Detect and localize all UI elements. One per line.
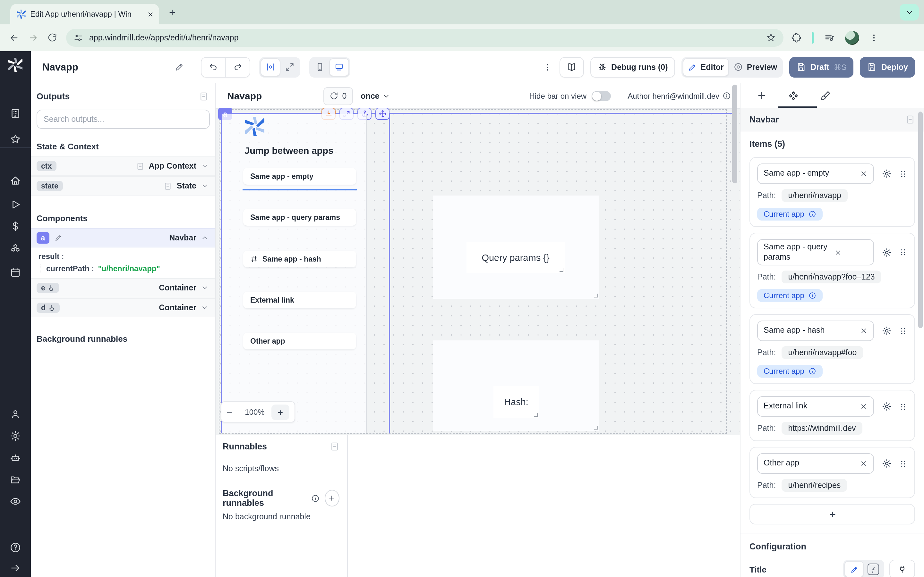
query-params-container[interactable]: Query params {} — [433, 195, 599, 299]
chevron-down-icon[interactable] — [201, 304, 208, 311]
nav-item-external-link[interactable]: External link — [243, 292, 356, 308]
item-path-value[interactable]: u/henri/navapp?foo=123 — [782, 271, 881, 284]
add-item-button[interactable] — [750, 504, 915, 525]
tab-component-settings-icon[interactable] — [788, 90, 799, 101]
clear-icon[interactable] — [860, 170, 867, 177]
resize-handle[interactable] — [594, 293, 598, 298]
debug-runs-button[interactable]: Debug runs (0) — [590, 57, 675, 77]
canvas-scrollbar[interactable] — [732, 85, 737, 183]
clear-icon[interactable] — [860, 327, 867, 335]
zoom-out-button[interactable]: − — [226, 406, 238, 417]
state-row[interactable]: state State — [31, 176, 215, 195]
hash-text[interactable]: Hash: — [493, 386, 539, 418]
more-menu-icon[interactable] — [543, 63, 551, 71]
schedules-icon[interactable] — [10, 267, 21, 278]
resize-handle[interactable] — [559, 268, 564, 272]
folders-icon[interactable] — [10, 474, 21, 485]
drag-handle-icon[interactable] — [899, 326, 907, 336]
zoom-in-button[interactable]: + — [271, 404, 289, 420]
item-path-value[interactable]: https://windmill.dev — [782, 422, 862, 435]
chevron-down-icon[interactable] — [201, 284, 208, 292]
chevron-up-icon[interactable] — [201, 234, 208, 242]
item-label-input[interactable]: External link — [757, 396, 874, 417]
info-icon[interactable] — [311, 494, 320, 502]
drag-handle-icon[interactable] — [899, 247, 907, 257]
clear-icon[interactable] — [860, 460, 867, 468]
workspace-icon[interactable] — [10, 108, 21, 119]
component-doc-icon[interactable] — [905, 115, 915, 124]
fullwidth-layout-icon[interactable] — [280, 58, 299, 76]
site-settings-icon[interactable] — [74, 33, 83, 42]
info-icon[interactable] — [722, 92, 731, 100]
centered-layout-icon[interactable] — [260, 58, 280, 76]
frequency-select[interactable]: once — [360, 91, 390, 100]
item-settings-gear-icon[interactable] — [882, 402, 892, 412]
chevron-down-icon[interactable] — [201, 162, 208, 170]
item-path-value[interactable]: u/henri/navapp — [782, 189, 847, 202]
outputs-doc-icon[interactable] — [199, 92, 208, 101]
collapse-rail-icon[interactable] — [10, 562, 21, 574]
settings-gear-icon[interactable] — [10, 430, 21, 442]
resize-handle[interactable] — [594, 426, 598, 430]
item-label-input[interactable]: Same app - query params — [757, 239, 874, 266]
draft-button[interactable]: Draft⌘S — [789, 57, 853, 77]
item-path-value[interactable]: u/henri/navapp#foo — [782, 347, 863, 359]
bookmark-star-icon[interactable] — [766, 33, 776, 42]
item-label-input[interactable]: Same app - hash — [757, 321, 874, 342]
component-row-container-e[interactable]: e Container — [31, 278, 215, 298]
back-icon[interactable] — [9, 32, 19, 43]
move-component-icon[interactable] — [375, 108, 389, 120]
tab-close-icon[interactable] — [147, 11, 154, 18]
browser-menu-icon[interactable] — [869, 33, 879, 42]
query-params-text[interactable]: Query params {} — [467, 242, 565, 273]
tab-editor[interactable]: Editor — [683, 58, 729, 76]
tab-preview[interactable]: Preview — [729, 58, 782, 76]
item-label-input[interactable]: Other app — [757, 454, 874, 474]
resize-handle[interactable] — [534, 413, 538, 417]
users-icon[interactable] — [10, 408, 21, 420]
clear-icon[interactable] — [834, 248, 842, 256]
nav-item-same-app-empty[interactable]: Same app - empty — [243, 168, 356, 185]
runnables-doc-icon[interactable] — [330, 442, 339, 451]
navbar-component-preview[interactable]: Jump between apps Same app - empty Same … — [222, 114, 367, 434]
item-settings-gear-icon[interactable] — [882, 326, 892, 336]
address-bar[interactable]: app.windmill.dev/apps/edit/u/henri/navap… — [66, 29, 783, 47]
tab-styling-brush-icon[interactable] — [820, 90, 831, 101]
nav-item-other-app[interactable]: Other app — [243, 333, 356, 350]
new-tab-icon[interactable] — [168, 8, 176, 17]
tab-insert-plus-icon[interactable] — [756, 90, 767, 101]
home-icon[interactable] — [10, 175, 21, 187]
help-icon[interactable] — [10, 542, 21, 553]
nav-item-hash[interactable]: Same app - hash — [243, 251, 356, 268]
redo-icon[interactable] — [225, 57, 250, 77]
expression-mode-icon[interactable]: ƒ — [864, 561, 883, 577]
window-chevron-icon[interactable] — [900, 4, 919, 21]
variables-icon[interactable] — [10, 221, 21, 232]
forward-icon[interactable] — [28, 32, 39, 43]
workers-bot-icon[interactable] — [10, 452, 21, 464]
item-settings-gear-icon[interactable] — [882, 247, 892, 258]
desktop-view-icon[interactable] — [329, 58, 349, 76]
extensions-icon[interactable] — [791, 32, 801, 43]
undo-icon[interactable] — [202, 57, 225, 77]
static-mode-pencil-icon[interactable] — [845, 561, 864, 577]
deploy-button[interactable]: Deploy — [860, 57, 915, 77]
nav-item-query-params[interactable]: Same app - query params — [243, 209, 356, 226]
component-row-container-d[interactable]: d Container — [31, 298, 215, 318]
profile-avatar[interactable] — [845, 31, 859, 45]
mobile-view-icon[interactable] — [310, 58, 329, 76]
add-background-runnable-button[interactable] — [325, 490, 339, 506]
resources-icon[interactable] — [10, 243, 21, 255]
ctx-row[interactable]: ctx App Context — [31, 156, 215, 176]
item-path-value[interactable]: u/henri/recipes — [782, 479, 847, 492]
refresh-count-button[interactable]: 0 — [323, 87, 353, 105]
drag-handle-icon[interactable] — [899, 459, 907, 469]
audit-eye-icon[interactable] — [10, 496, 21, 507]
rename-pencil-icon[interactable] — [174, 62, 184, 72]
windmill-logo-icon[interactable] — [8, 58, 23, 72]
reload-icon[interactable] — [47, 33, 57, 42]
connect-plug-icon[interactable] — [889, 560, 915, 577]
drag-handle-icon[interactable] — [899, 402, 907, 412]
hide-bar-toggle[interactable] — [591, 91, 611, 101]
item-label-input[interactable]: Same app - empty — [757, 163, 874, 184]
